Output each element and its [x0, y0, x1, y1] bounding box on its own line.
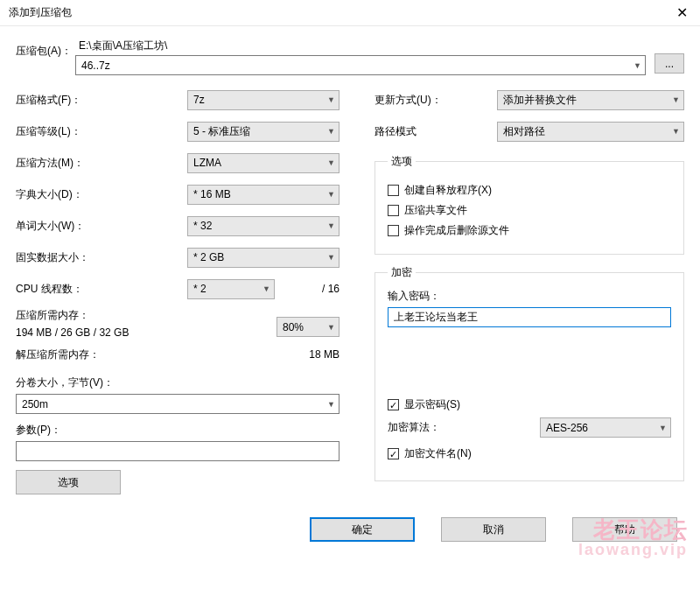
cpu-label: CPU 线程数：	[16, 282, 187, 297]
word-label: 单词大小(W)：	[16, 219, 187, 234]
delete-after-label: 操作完成后删除源文件	[404, 223, 509, 238]
close-icon[interactable]: ✕	[671, 3, 693, 23]
chevron-down-icon: ▼	[262, 284, 270, 293]
dict-label: 字典大小(D)：	[16, 187, 187, 202]
cpu-combo[interactable]: * 2▼	[187, 279, 275, 299]
delete-after-checkbox[interactable]	[388, 225, 399, 236]
dict-combo[interactable]: * 16 MB▼	[187, 185, 340, 205]
mem-comp-value: 194 MB / 26 GB / 32 GB	[16, 326, 276, 339]
options-button[interactable]: 选项	[16, 470, 121, 494]
options-legend: 选项	[388, 154, 416, 169]
chevron-down-icon: ▼	[327, 253, 335, 262]
archive-path-text: E:\桌面\A压缩工坊\	[75, 39, 646, 53]
sfx-checkbox[interactable]	[388, 185, 399, 196]
chevron-down-icon: ▼	[327, 158, 335, 167]
archive-label: 压缩包(A)：	[16, 39, 75, 63]
method-label: 压缩方法(M)：	[16, 156, 187, 171]
format-label: 压缩格式(F)：	[16, 93, 187, 108]
solid-combo[interactable]: * 2 GB▼	[187, 248, 340, 268]
shared-label: 压缩共享文件	[404, 203, 467, 218]
sfx-label: 创建自释放程序(X)	[404, 183, 492, 198]
format-combo[interactable]: 7z▼	[187, 90, 340, 110]
chevron-down-icon: ▼	[327, 190, 335, 199]
mem-decomp-value: 18 MB	[309, 348, 340, 361]
encrypt-names-checkbox[interactable]	[388, 448, 399, 459]
ok-button[interactable]: 确定	[310, 517, 415, 542]
mem-decomp-label: 解压缩所需内存：	[16, 347, 309, 362]
encrypt-legend: 加密	[388, 265, 416, 280]
show-password-checkbox[interactable]	[388, 399, 399, 410]
archive-name-combo[interactable]: 46..7z ▼	[75, 55, 646, 75]
pathmode-combo[interactable]: 相对路径▼	[497, 122, 684, 142]
params-label: 参数(P)：	[16, 423, 340, 438]
cancel-button[interactable]: 取消	[441, 517, 546, 542]
chevron-down-icon: ▼	[672, 95, 680, 104]
help-button[interactable]: 帮助	[572, 517, 677, 542]
split-combo[interactable]: 250m▼	[16, 394, 340, 414]
options-group: 选项 创建自释放程序(X) 压缩共享文件 操作完成后删除源文件	[374, 154, 684, 255]
window-title: 添加到压缩包	[9, 5, 72, 20]
encrypt-group: 加密 输入密码： 上老王论坛当老王 显示密码(S) 加密算法： AES-256▼…	[374, 265, 684, 481]
pathmode-label: 路径模式	[374, 124, 497, 139]
cpu-total-text: / 16	[322, 283, 340, 295]
chevron-down-icon: ▼	[327, 95, 335, 104]
show-password-label: 显示密码(S)	[404, 397, 460, 412]
chevron-down-icon: ▼	[327, 221, 335, 230]
algo-combo[interactable]: AES-256▼	[540, 417, 671, 438]
chevron-down-icon: ▼	[327, 400, 335, 409]
update-label: 更新方式(U)：	[374, 93, 497, 108]
browse-label: ...	[665, 58, 674, 70]
encrypt-names-label: 加密文件名(N)	[404, 446, 472, 461]
chevron-down-icon: ▼	[659, 424, 667, 432]
password-label: 输入密码：	[388, 289, 671, 304]
shared-checkbox[interactable]	[388, 205, 399, 216]
chevron-down-icon: ▼	[327, 323, 335, 332]
browse-button[interactable]: ...	[654, 53, 684, 74]
chevron-down-icon: ▼	[327, 127, 335, 136]
archive-name-value: 46..7z	[81, 60, 110, 72]
chevron-down-icon: ▼	[634, 61, 641, 70]
update-combo[interactable]: 添加并替换文件▼	[497, 90, 684, 110]
solid-label: 固实数据大小：	[16, 250, 187, 265]
algo-label: 加密算法：	[388, 420, 540, 435]
chevron-down-icon: ▼	[672, 127, 680, 136]
split-label: 分卷大小，字节(V)：	[16, 375, 340, 390]
params-input[interactable]	[16, 441, 340, 461]
word-combo[interactable]: * 32▼	[187, 216, 340, 236]
method-combo[interactable]: LZMA▼	[187, 153, 340, 173]
level-combo[interactable]: 5 - 标准压缩▼	[187, 122, 340, 142]
mem-comp-label: 压缩所需内存：	[16, 308, 276, 323]
level-label: 压缩等级(L)：	[16, 124, 187, 139]
mem-percent-combo[interactable]: 80%▼	[276, 317, 340, 337]
password-input[interactable]: 上老王论坛当老王	[388, 307, 671, 327]
